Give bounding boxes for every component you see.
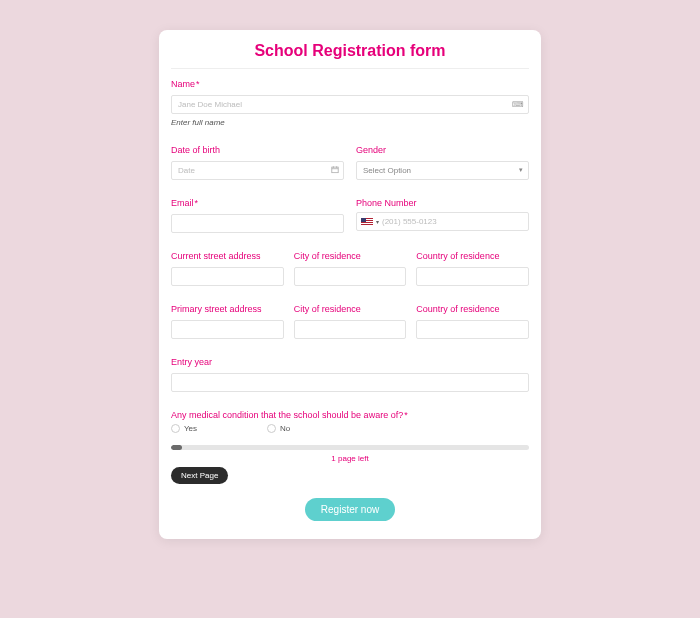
email-label-text: Email	[171, 198, 194, 208]
form-title: School Registration form	[171, 42, 529, 69]
current-city-input[interactable]	[294, 267, 407, 286]
phone-input-wrap: ▾	[356, 212, 529, 231]
field-gender: Gender ▾	[356, 145, 529, 180]
row-email-phone: Email* Phone Number ▾	[171, 198, 529, 233]
email-label: Email*	[171, 198, 344, 208]
gender-select[interactable]	[356, 161, 529, 180]
progress-bar	[171, 445, 529, 450]
primary-city-label: City of residence	[294, 304, 407, 314]
field-name: Name* ⌨ Enter full name	[171, 79, 529, 127]
field-current-country: Country of residence	[416, 251, 529, 286]
required-marker: *	[196, 79, 200, 89]
radio-circle-icon	[171, 424, 180, 433]
current-street-input[interactable]	[171, 267, 284, 286]
dob-input[interactable]	[171, 161, 344, 180]
radio-circle-icon	[267, 424, 276, 433]
dob-label: Date of birth	[171, 145, 344, 155]
entry-year-label: Entry year	[171, 357, 529, 367]
primary-street-label: Primary street address	[171, 304, 284, 314]
medical-label: Any medical condition that the school sh…	[171, 410, 529, 420]
field-current-street: Current street address	[171, 251, 284, 286]
current-country-input[interactable]	[416, 267, 529, 286]
medical-radio-group: Yes No	[171, 424, 529, 433]
phone-input[interactable]	[382, 217, 524, 226]
name-label-text: Name	[171, 79, 195, 89]
primary-city-input[interactable]	[294, 320, 407, 339]
progress-fill	[171, 445, 182, 450]
primary-country-label: Country of residence	[416, 304, 529, 314]
name-input[interactable]	[171, 95, 529, 114]
medical-label-text: Any medical condition that the school sh…	[171, 410, 403, 420]
gender-select-wrap[interactable]: ▾	[356, 159, 529, 180]
field-current-city: City of residence	[294, 251, 407, 286]
email-input[interactable]	[171, 214, 344, 233]
register-button[interactable]: Register now	[305, 498, 395, 521]
field-phone: Phone Number ▾	[356, 198, 529, 233]
field-primary-street: Primary street address	[171, 304, 284, 339]
pages-left-text: 1 page left	[171, 454, 529, 463]
phone-label: Phone Number	[356, 198, 529, 208]
radio-yes[interactable]: Yes	[171, 424, 197, 433]
flag-us-icon[interactable]	[361, 218, 373, 226]
field-primary-country: Country of residence	[416, 304, 529, 339]
row-current-address: Current street address City of residence…	[171, 251, 529, 286]
entry-year-input[interactable]	[171, 373, 529, 392]
name-label: Name*	[171, 79, 529, 89]
field-dob: Date of birth	[171, 145, 344, 180]
dob-input-wrap	[171, 159, 344, 180]
field-email: Email*	[171, 198, 344, 233]
primary-country-input[interactable]	[416, 320, 529, 339]
radio-no-label: No	[280, 424, 290, 433]
radio-no[interactable]: No	[267, 424, 290, 433]
field-medical: Any medical condition that the school sh…	[171, 410, 529, 433]
primary-street-input[interactable]	[171, 320, 284, 339]
flag-caret-icon[interactable]: ▾	[376, 218, 379, 225]
name-input-wrap: ⌨	[171, 93, 529, 114]
next-page-button[interactable]: Next Page	[171, 467, 228, 484]
current-city-label: City of residence	[294, 251, 407, 261]
current-country-label: Country of residence	[416, 251, 529, 261]
field-primary-city: City of residence	[294, 304, 407, 339]
radio-yes-label: Yes	[184, 424, 197, 433]
required-marker: *	[404, 410, 408, 420]
form-card: School Registration form Name* ⌨ Enter f…	[159, 30, 541, 539]
gender-label: Gender	[356, 145, 529, 155]
current-street-label: Current street address	[171, 251, 284, 261]
row-dob-gender: Date of birth Gender ▾	[171, 145, 529, 180]
name-helper: Enter full name	[171, 118, 529, 127]
field-entry-year: Entry year	[171, 357, 529, 392]
row-primary-address: Primary street address City of residence…	[171, 304, 529, 339]
required-marker: *	[195, 198, 199, 208]
